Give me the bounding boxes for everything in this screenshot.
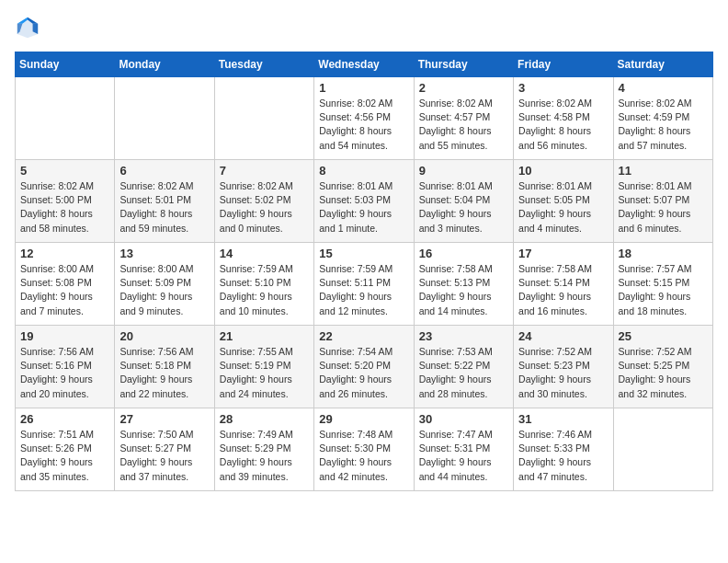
day-number: 23 xyxy=(419,329,508,343)
day-number: 14 xyxy=(220,247,309,260)
calendar-week-row: 12Sunrise: 8:00 AM Sunset: 5:08 PM Dayli… xyxy=(16,243,713,326)
calendar-cell: 8Sunrise: 8:01 AM Sunset: 5:03 PM Daylig… xyxy=(314,160,414,243)
day-number: 22 xyxy=(319,329,408,343)
calendar-cell: 22Sunrise: 7:54 AM Sunset: 5:20 PM Dayli… xyxy=(314,326,414,408)
day-number: 25 xyxy=(619,329,708,343)
day-number: 11 xyxy=(619,164,708,178)
day-number: 1 xyxy=(319,81,408,95)
calendar-cell: 19Sunrise: 7:56 AM Sunset: 5:16 PM Dayli… xyxy=(16,326,115,408)
cell-content: Sunrise: 7:50 AM Sunset: 5:27 PM Dayligh… xyxy=(119,428,209,484)
cell-content: Sunrise: 7:48 AM Sunset: 5:30 PM Dayligh… xyxy=(319,428,408,484)
cell-content: Sunrise: 8:00 AM Sunset: 5:09 PM Dayligh… xyxy=(119,262,209,318)
calendar-cell xyxy=(115,77,214,160)
weekday-header: Friday xyxy=(514,52,613,77)
calendar-cell: 4Sunrise: 8:02 AM Sunset: 4:59 PM Daylig… xyxy=(613,77,712,160)
calendar-cell: 6Sunrise: 8:02 AM Sunset: 5:01 PM Daylig… xyxy=(115,160,214,243)
weekday-header: Monday xyxy=(115,52,214,77)
cell-content: Sunrise: 8:02 AM Sunset: 4:56 PM Dayligh… xyxy=(319,97,408,153)
cell-content: Sunrise: 7:58 AM Sunset: 5:14 PM Dayligh… xyxy=(518,262,608,318)
day-number: 27 xyxy=(119,412,209,426)
calendar-cell: 18Sunrise: 7:57 AM Sunset: 5:15 PM Dayli… xyxy=(613,243,712,326)
calendar-body: 1Sunrise: 8:02 AM Sunset: 4:56 PM Daylig… xyxy=(16,77,713,491)
cell-content: Sunrise: 7:46 AM Sunset: 5:33 PM Dayligh… xyxy=(518,428,608,484)
cell-content: Sunrise: 7:58 AM Sunset: 5:13 PM Dayligh… xyxy=(419,262,508,318)
day-number: 31 xyxy=(518,412,608,426)
cell-content: Sunrise: 7:51 AM Sunset: 5:26 PM Dayligh… xyxy=(20,428,109,484)
day-number: 17 xyxy=(518,247,608,260)
day-number: 30 xyxy=(419,412,508,426)
calendar-cell: 27Sunrise: 7:50 AM Sunset: 5:27 PM Dayli… xyxy=(115,408,214,491)
calendar-cell: 16Sunrise: 7:58 AM Sunset: 5:13 PM Dayli… xyxy=(414,243,513,326)
calendar-cell: 26Sunrise: 7:51 AM Sunset: 5:26 PM Dayli… xyxy=(16,408,115,491)
day-number: 28 xyxy=(220,412,309,426)
day-number: 19 xyxy=(20,329,109,343)
calendar-header: SundayMondayTuesdayWednesdayThursdayFrid… xyxy=(16,52,713,77)
cell-content: Sunrise: 7:52 AM Sunset: 5:23 PM Dayligh… xyxy=(518,345,608,401)
calendar-cell: 9Sunrise: 8:01 AM Sunset: 5:04 PM Daylig… xyxy=(414,160,513,243)
calendar-week-row: 5Sunrise: 8:02 AM Sunset: 5:00 PM Daylig… xyxy=(16,160,713,243)
cell-content: Sunrise: 8:01 AM Sunset: 5:04 PM Dayligh… xyxy=(419,179,508,236)
cell-content: Sunrise: 8:02 AM Sunset: 4:59 PM Dayligh… xyxy=(619,97,708,153)
day-number: 29 xyxy=(319,412,408,426)
calendar-cell: 23Sunrise: 7:53 AM Sunset: 5:22 PM Dayli… xyxy=(414,326,513,408)
cell-content: Sunrise: 7:59 AM Sunset: 5:11 PM Dayligh… xyxy=(319,262,408,318)
cell-content: Sunrise: 7:59 AM Sunset: 5:10 PM Dayligh… xyxy=(220,262,309,318)
cell-content: Sunrise: 7:57 AM Sunset: 5:15 PM Dayligh… xyxy=(619,262,708,318)
cell-content: Sunrise: 8:02 AM Sunset: 5:00 PM Dayligh… xyxy=(20,179,109,236)
cell-content: Sunrise: 7:54 AM Sunset: 5:20 PM Dayligh… xyxy=(319,345,408,401)
calendar-cell xyxy=(613,408,712,491)
cell-content: Sunrise: 8:02 AM Sunset: 4:58 PM Dayligh… xyxy=(518,97,608,153)
weekday-header: Saturday xyxy=(613,52,712,77)
cell-content: Sunrise: 7:55 AM Sunset: 5:19 PM Dayligh… xyxy=(220,345,309,401)
day-number: 24 xyxy=(518,329,608,343)
cell-content: Sunrise: 8:02 AM Sunset: 5:01 PM Dayligh… xyxy=(119,179,209,236)
day-number: 13 xyxy=(119,247,209,260)
day-number: 21 xyxy=(220,329,309,343)
day-number: 7 xyxy=(220,164,309,178)
logo-icon xyxy=(15,15,40,40)
calendar-cell: 28Sunrise: 7:49 AM Sunset: 5:29 PM Dayli… xyxy=(214,408,313,491)
calendar-cell: 2Sunrise: 8:02 AM Sunset: 4:57 PM Daylig… xyxy=(414,77,513,160)
cell-content: Sunrise: 7:56 AM Sunset: 5:16 PM Dayligh… xyxy=(20,345,109,401)
logo xyxy=(15,15,44,40)
day-number: 20 xyxy=(119,329,209,343)
cell-content: Sunrise: 8:01 AM Sunset: 5:05 PM Dayligh… xyxy=(518,179,608,236)
day-number: 5 xyxy=(20,164,109,178)
calendar-cell: 17Sunrise: 7:58 AM Sunset: 5:14 PM Dayli… xyxy=(514,243,613,326)
day-number: 10 xyxy=(518,164,608,178)
calendar-cell: 20Sunrise: 7:56 AM Sunset: 5:18 PM Dayli… xyxy=(115,326,214,408)
day-number: 2 xyxy=(419,81,508,95)
calendar-cell: 30Sunrise: 7:47 AM Sunset: 5:31 PM Dayli… xyxy=(414,408,513,491)
page-header xyxy=(15,15,713,40)
calendar-cell: 7Sunrise: 8:02 AM Sunset: 5:02 PM Daylig… xyxy=(214,160,313,243)
day-number: 16 xyxy=(419,247,508,260)
calendar-week-row: 26Sunrise: 7:51 AM Sunset: 5:26 PM Dayli… xyxy=(16,408,713,491)
cell-content: Sunrise: 7:49 AM Sunset: 5:29 PM Dayligh… xyxy=(220,428,309,484)
calendar-table: SundayMondayTuesdayWednesdayThursdayFrid… xyxy=(15,52,713,491)
cell-content: Sunrise: 8:02 AM Sunset: 5:02 PM Dayligh… xyxy=(220,179,309,236)
day-number: 12 xyxy=(20,247,109,260)
calendar-week-row: 1Sunrise: 8:02 AM Sunset: 4:56 PM Daylig… xyxy=(16,77,713,160)
cell-content: Sunrise: 7:52 AM Sunset: 5:25 PM Dayligh… xyxy=(619,345,708,401)
weekday-header: Sunday xyxy=(16,52,115,77)
cell-content: Sunrise: 7:56 AM Sunset: 5:18 PM Dayligh… xyxy=(119,345,209,401)
calendar-cell: 13Sunrise: 8:00 AM Sunset: 5:09 PM Dayli… xyxy=(115,243,214,326)
calendar-cell xyxy=(16,77,115,160)
weekday-header: Thursday xyxy=(414,52,513,77)
calendar-cell: 21Sunrise: 7:55 AM Sunset: 5:19 PM Dayli… xyxy=(214,326,313,408)
calendar-week-row: 19Sunrise: 7:56 AM Sunset: 5:16 PM Dayli… xyxy=(16,326,713,408)
cell-content: Sunrise: 8:01 AM Sunset: 5:07 PM Dayligh… xyxy=(619,179,708,236)
weekday-header-row: SundayMondayTuesdayWednesdayThursdayFrid… xyxy=(16,52,713,77)
day-number: 8 xyxy=(319,164,408,178)
day-number: 26 xyxy=(20,412,109,426)
cell-content: Sunrise: 8:00 AM Sunset: 5:08 PM Dayligh… xyxy=(20,262,109,318)
cell-content: Sunrise: 8:02 AM Sunset: 4:57 PM Dayligh… xyxy=(419,97,508,153)
day-number: 4 xyxy=(619,81,708,95)
calendar-cell: 29Sunrise: 7:48 AM Sunset: 5:30 PM Dayli… xyxy=(314,408,414,491)
calendar-cell: 15Sunrise: 7:59 AM Sunset: 5:11 PM Dayli… xyxy=(314,243,414,326)
cell-content: Sunrise: 7:53 AM Sunset: 5:22 PM Dayligh… xyxy=(419,345,508,401)
day-number: 9 xyxy=(419,164,508,178)
day-number: 15 xyxy=(319,247,408,260)
calendar-cell: 14Sunrise: 7:59 AM Sunset: 5:10 PM Dayli… xyxy=(214,243,313,326)
day-number: 3 xyxy=(518,81,608,95)
